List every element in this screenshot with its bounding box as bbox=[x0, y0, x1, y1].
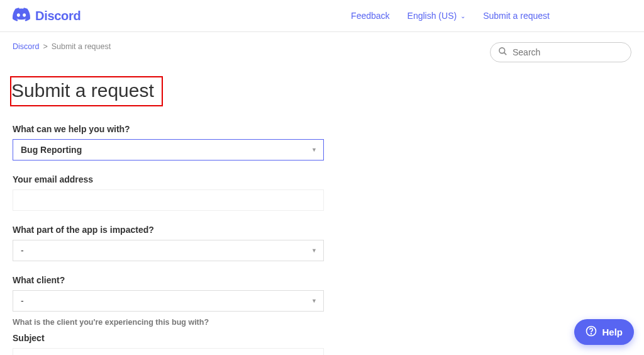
help-widget[interactable]: Help bbox=[574, 319, 634, 345]
language-selector[interactable]: English (US) ⌄ bbox=[408, 11, 466, 21]
subject-label: Subject bbox=[13, 333, 365, 343]
submit-request-link[interactable]: Submit a request bbox=[483, 11, 550, 21]
field-subject: Subject bbox=[13, 333, 365, 355]
feedback-link[interactable]: Feedback bbox=[351, 11, 389, 21]
app-part-value: - bbox=[21, 245, 24, 256]
header: Discord Feedback English (US) ⌄ Submit a… bbox=[0, 0, 644, 32]
email-label: Your email address bbox=[13, 174, 365, 184]
subject-input[interactable] bbox=[13, 348, 324, 355]
help-with-value: Bug Reporting bbox=[21, 145, 82, 155]
search-box[interactable] bbox=[490, 42, 631, 62]
field-app-part: What part of the app is impacted? - ▼ bbox=[13, 225, 365, 261]
page-title: Submit a request bbox=[10, 76, 163, 106]
search-icon bbox=[498, 47, 508, 59]
field-email: Your email address bbox=[13, 174, 365, 211]
help-with-label: What can we help you with? bbox=[13, 124, 365, 134]
client-label: What client? bbox=[13, 275, 365, 285]
breadcrumb-current: Submit a request bbox=[52, 42, 111, 51]
breadcrumb-sep: > bbox=[43, 42, 47, 51]
help-with-select[interactable]: Bug Reporting ▼ bbox=[13, 139, 324, 161]
help-label: Help bbox=[602, 327, 623, 337]
help-icon bbox=[586, 325, 597, 339]
language-label: English (US) bbox=[408, 11, 457, 21]
caret-down-icon: ▼ bbox=[311, 247, 317, 254]
breadcrumb-home[interactable]: Discord bbox=[13, 42, 39, 51]
app-part-label: What part of the app is impacted? bbox=[13, 225, 365, 235]
caret-down-icon: ▼ bbox=[311, 147, 317, 153]
svg-line-1 bbox=[504, 52, 506, 55]
content: Discord > Submit a request Submit a requ… bbox=[0, 32, 644, 355]
field-client: What client? - ▼ bbox=[13, 275, 365, 312]
main-column: Discord > Submit a request Submit a requ… bbox=[13, 42, 365, 355]
client-helper: What is the client you're experiencing t… bbox=[13, 318, 365, 327]
svg-point-3 bbox=[591, 334, 592, 334]
side-column bbox=[390, 42, 631, 355]
caret-down-icon: ▼ bbox=[311, 298, 317, 304]
nav-links: Feedback English (US) ⌄ Submit a request bbox=[351, 11, 550, 21]
brand-name: Discord bbox=[35, 9, 80, 23]
brand-logo[interactable]: Discord bbox=[13, 8, 80, 24]
client-value: - bbox=[21, 296, 24, 306]
svg-point-0 bbox=[499, 47, 505, 53]
breadcrumb: Discord > Submit a request bbox=[13, 42, 365, 51]
search-input[interactable] bbox=[513, 47, 623, 57]
app-part-select[interactable]: - ▼ bbox=[13, 240, 324, 261]
email-input[interactable] bbox=[13, 189, 324, 211]
client-select[interactable]: - ▼ bbox=[13, 290, 324, 312]
chevron-down-icon: ⌄ bbox=[460, 13, 465, 20]
field-help-with: What can we help you with? Bug Reporting… bbox=[13, 124, 365, 161]
discord-icon bbox=[13, 8, 30, 24]
